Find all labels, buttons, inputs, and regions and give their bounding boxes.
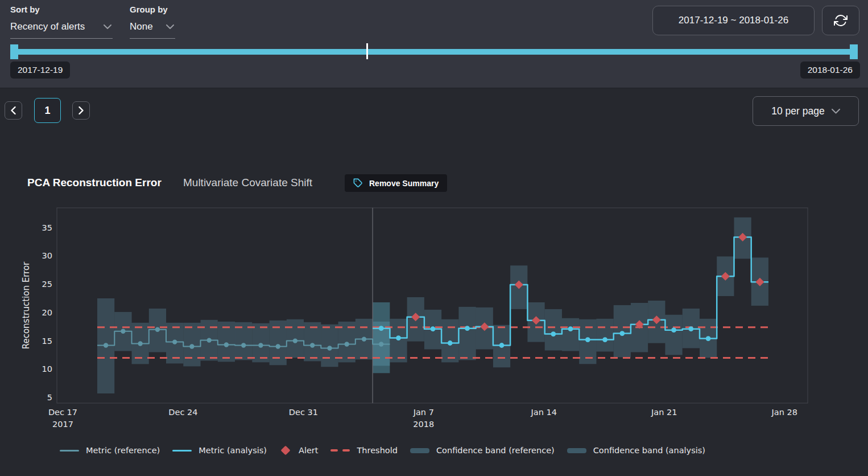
y-axis-title: Reconstruction Error xyxy=(21,261,31,349)
confidence-band-analysis xyxy=(562,318,579,351)
legend-item-confidence-band-reference[interactable]: Confidence band (reference) xyxy=(410,446,555,455)
dash-swatch-icon xyxy=(330,449,350,452)
reference-point[interactable] xyxy=(138,341,142,346)
analysis-point[interactable] xyxy=(396,335,401,340)
x-tick-label: Dec 17 xyxy=(48,408,77,417)
band-swatch-icon xyxy=(410,448,429,453)
reference-point[interactable] xyxy=(310,343,315,347)
reference-point[interactable] xyxy=(362,337,366,341)
chevron-down-icon xyxy=(104,24,111,29)
chevron-left-icon xyxy=(11,106,16,114)
analysis-point[interactable] xyxy=(585,337,590,342)
reference-point[interactable] xyxy=(276,344,280,348)
x-tick-label: Jan 28 xyxy=(771,408,797,417)
y-tick-label: 30 xyxy=(42,251,52,260)
analysis-point[interactable] xyxy=(379,326,384,331)
chevron-right-icon xyxy=(78,106,84,114)
remove-summary-label: Remove Summary xyxy=(369,179,439,188)
slider-end-date-chip: 2018-01-26 xyxy=(800,61,860,79)
y-tick-label: 10 xyxy=(42,364,52,374)
date-range-slider-track[interactable] xyxy=(10,49,858,55)
legend-item-confidence-band-analysis[interactable]: Confidence band (analysis) xyxy=(567,446,705,455)
analysis-point[interactable] xyxy=(688,326,693,331)
sort-by-value: Recency of alerts xyxy=(10,21,85,32)
slider-start-date-chip: 2017-12-19 xyxy=(10,61,70,79)
per-page-select[interactable]: 10 per page xyxy=(753,96,859,126)
chevron-down-icon xyxy=(832,109,840,114)
x-tick-label: Jan 7 xyxy=(413,408,434,417)
next-page-button[interactable] xyxy=(72,101,90,120)
group-by-select[interactable]: None xyxy=(130,19,175,39)
slider-handle-end[interactable] xyxy=(850,44,858,59)
current-page-button[interactable]: 1 xyxy=(34,98,61,123)
x-tick-label: Dec 24 xyxy=(168,408,197,417)
per-page-value: 10 per page xyxy=(771,105,824,117)
analysis-point[interactable] xyxy=(602,337,607,342)
analysis-point[interactable] xyxy=(619,331,625,336)
reference-point[interactable] xyxy=(104,343,108,347)
analysis-point[interactable] xyxy=(568,326,573,331)
legend-item-metric-reference[interactable]: Metric (reference) xyxy=(60,446,160,455)
analysis-point[interactable] xyxy=(706,336,711,341)
prev-page-button[interactable] xyxy=(5,101,22,120)
reference-point[interactable] xyxy=(121,329,125,334)
reference-point[interactable] xyxy=(189,344,194,348)
y-tick-label: 15 xyxy=(42,337,52,346)
date-range-input[interactable]: 2017-12-19 ~ 2018-01-26 xyxy=(652,6,815,35)
x-tick-label: Dec 31 xyxy=(289,408,318,417)
legend-item-threshold[interactable]: Threshold xyxy=(330,446,397,455)
legend-label: Confidence band (reference) xyxy=(436,446,555,455)
line-swatch-icon xyxy=(172,450,192,452)
reference-point[interactable] xyxy=(258,343,263,347)
reference-point[interactable] xyxy=(241,343,246,347)
x-tick-sublabel: 2018 xyxy=(413,420,434,429)
tag-icon xyxy=(353,178,363,188)
refresh-icon xyxy=(834,14,848,27)
reference-point[interactable] xyxy=(379,342,383,346)
confidence-band-reference xyxy=(252,323,269,363)
confidence-band-analysis xyxy=(545,309,562,351)
group-by-label: Group by xyxy=(130,5,168,14)
group-by-value: None xyxy=(130,21,153,32)
confidence-band-analysis xyxy=(596,319,613,352)
legend-item-metric-analysis[interactable]: Metric (analysis) xyxy=(172,446,267,455)
reference-point[interactable] xyxy=(207,338,212,342)
analysis-point[interactable] xyxy=(448,340,453,346)
remove-summary-button[interactable]: Remove Summary xyxy=(345,174,447,192)
diamond-swatch-icon xyxy=(280,446,290,456)
reference-point[interactable] xyxy=(345,342,349,346)
reference-point[interactable] xyxy=(172,339,177,344)
reference-point[interactable] xyxy=(327,346,332,350)
refresh-button[interactable] xyxy=(822,6,859,35)
legend-label: Metric (reference) xyxy=(86,446,160,455)
analysis-point[interactable] xyxy=(551,331,556,337)
slider-handle-start[interactable] xyxy=(10,44,18,59)
reference-point[interactable] xyxy=(293,338,297,343)
sort-by-label: Sort by xyxy=(10,5,40,14)
reference-point[interactable] xyxy=(224,342,229,347)
legend-item-alert[interactable]: Alert xyxy=(279,446,319,455)
app-root: Sort by Recency of alerts Group by None … xyxy=(0,0,868,476)
y-tick-label: 5 xyxy=(47,393,52,402)
confidence-band-reference xyxy=(321,325,338,367)
confidence-band-analysis xyxy=(390,319,407,363)
legend-label: Confidence band (analysis) xyxy=(593,446,705,455)
confidence-band-analysis xyxy=(373,302,390,373)
plot-area-border xyxy=(57,208,808,403)
legend-label: Metric (analysis) xyxy=(199,446,267,455)
y-tick-label: 20 xyxy=(42,308,52,317)
sort-by-select[interactable]: Recency of alerts xyxy=(10,19,113,39)
chart-legend: Metric (reference)Metric (analysis)Alert… xyxy=(60,446,705,455)
confidence-band-analysis xyxy=(665,315,682,355)
analysis-point[interactable] xyxy=(431,326,436,331)
analysis-point[interactable] xyxy=(465,326,470,331)
analysis-point[interactable] xyxy=(499,343,505,348)
legend-label: Alert xyxy=(299,446,319,455)
y-tick-label: 25 xyxy=(42,280,52,289)
y-tick-label: 35 xyxy=(42,223,52,232)
reference-point[interactable] xyxy=(155,327,160,332)
metric-step-chart: 5101520253035Reconstruction ErrorDec 172… xyxy=(0,199,868,438)
topbar: Sort by Recency of alerts Group by None … xyxy=(0,0,868,88)
x-tick-label: Jan 14 xyxy=(531,408,557,417)
analysis-point[interactable] xyxy=(671,327,676,333)
